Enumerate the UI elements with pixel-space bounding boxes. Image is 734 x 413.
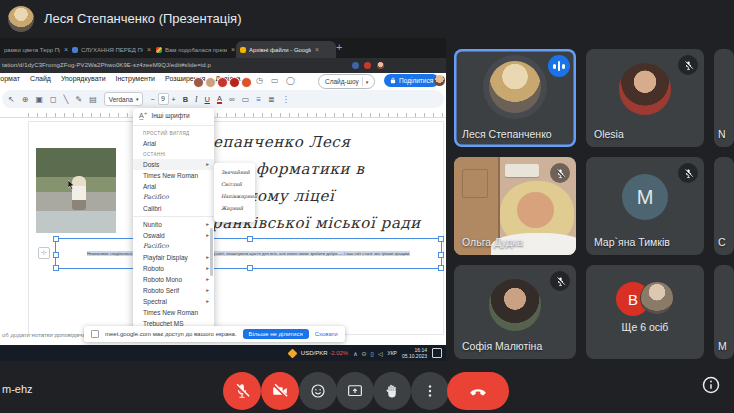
link-icon[interactable]: ∞	[229, 95, 235, 104]
menu-arrange[interactable]: Упорядкувати	[61, 75, 106, 82]
font-item[interactable]: Nunito▸	[133, 219, 214, 230]
menu-slide[interactable]: Слайд	[30, 75, 51, 82]
selected-text-box[interactable]: Неможливо сподіватися змінити ввесь світ…	[55, 238, 442, 269]
insert-image-icon[interactable]: ▣	[35, 95, 43, 104]
extension-icon[interactable]	[352, 62, 359, 69]
font-item[interactable]: Times New Roman	[133, 307, 214, 318]
weight-item[interactable]: Жирний	[214, 202, 255, 214]
more-toolbar-icon[interactable]: ⋮	[282, 95, 290, 104]
font-item[interactable]: Spectral▸	[133, 296, 214, 307]
taskbar-clock[interactable]: 16:14 05.10.2023	[402, 347, 427, 359]
slide-photo[interactable]	[36, 148, 116, 233]
font-item[interactable]: Roboto▸	[133, 263, 214, 274]
menu-format[interactable]: Формат	[0, 75, 20, 82]
collaborator-avatar[interactable]	[205, 77, 216, 88]
tray-app-icon[interactable]: ⊙	[362, 350, 367, 357]
microphone-off-button[interactable]	[223, 372, 261, 410]
participant-tile-olesia[interactable]: Olesia	[586, 49, 704, 147]
more-fonts-item[interactable]: A̲⁺ Інші шрифти	[133, 108, 214, 123]
tray-volume-icon[interactable]: ◁	[378, 350, 383, 357]
participant-tile-partial[interactable]: М	[714, 265, 734, 359]
reactions-button[interactable]	[299, 372, 337, 410]
italic-icon[interactable]: I	[195, 95, 198, 104]
browser-address-bar[interactable]: tation/d/1dyC3FromgZFug-PV2Wa2Phwo0K9E-s…	[0, 58, 446, 73]
menu-tools[interactable]: Інструменти	[116, 75, 155, 82]
font-family-dropdown[interactable]: Verdana ▾	[104, 92, 144, 106]
comments-icon[interactable]: ▭	[271, 76, 279, 85]
hide-notice-link[interactable]: Сховати	[315, 331, 338, 337]
system-tray[interactable]: ∧ ⊙ ▯ ◁	[353, 350, 382, 357]
select-cursor-icon[interactable]: ↖	[8, 95, 15, 104]
font-size-value[interactable]: 9	[158, 93, 169, 105]
account-avatar[interactable]	[434, 75, 445, 86]
notifications-icon[interactable]	[432, 348, 442, 358]
font-item[interactable]: Roboto Serif▸	[133, 285, 214, 296]
slide-title-line[interactable]: кому ліцеї	[247, 187, 334, 205]
meeting-info-button[interactable]	[701, 375, 721, 395]
browser-tab-1[interactable]: рамки цвета Терр Пра ×	[0, 41, 72, 58]
history-icon[interactable]: ◷	[256, 76, 263, 85]
decrease-font-icon[interactable]: −	[150, 96, 154, 103]
more-options-button[interactable]	[411, 372, 449, 410]
participant-tile-olha[interactable]: Ольга Дудка	[454, 157, 576, 255]
insert-line-icon[interactable]: ╲	[64, 95, 69, 104]
insert-shape-icon[interactable]: ◻	[50, 95, 57, 104]
slideshow-button[interactable]: Слайд-шоу ▾	[318, 74, 375, 89]
font-item[interactable]: Times New Roman	[133, 170, 214, 181]
participant-tile-partial[interactable]: N	[714, 49, 734, 147]
comment-icon[interactable]: ▭	[242, 95, 250, 104]
increase-font-icon[interactable]: +	[172, 96, 176, 103]
meet-join-icon[interactable]: ◯	[286, 76, 295, 85]
font-item[interactable]: Arial	[133, 138, 214, 149]
collaborator-avatar[interactable]	[193, 77, 204, 88]
underline-icon[interactable]: U	[205, 95, 210, 104]
tray-mic-icon[interactable]: ▯	[371, 350, 374, 357]
language-indicator[interactable]: УКР	[388, 350, 397, 356]
collaborator-avatar[interactable]	[217, 77, 228, 88]
list-icon[interactable]: ≣	[268, 95, 275, 104]
weight-item[interactable]: Світлий	[214, 178, 255, 190]
weight-item[interactable]: Звичайний	[214, 166, 255, 178]
collaborator-avatar[interactable]	[241, 77, 252, 88]
speaker-notes-hint[interactable]: об додати нотатки доповідача	[2, 332, 86, 338]
font-item-dosis-hovered[interactable]: Dosis ▸	[133, 159, 214, 170]
font-size-stepper[interactable]: − 9 +	[150, 93, 175, 105]
tab-close-icon[interactable]: ×	[315, 46, 319, 53]
chevron-down-icon[interactable]: ▾	[366, 79, 369, 85]
align-icon[interactable]: ≡	[256, 95, 261, 104]
present-screen-button[interactable]	[336, 372, 374, 410]
browser-tab-4-active[interactable]: Архівні файли - Google През ×	[236, 41, 336, 58]
font-item[interactable]: Playfair Display▸	[133, 252, 214, 263]
font-item[interactable]: Oswald▸	[133, 230, 214, 241]
new-tab-button[interactable]: +	[336, 42, 342, 53]
tab-close-icon[interactable]: ×	[147, 46, 151, 53]
slide-title-line[interactable]: епанченко Леся	[213, 133, 350, 151]
slide-title-line[interactable]: форматики в	[256, 160, 364, 178]
font-item[interactable]: Pacifico	[133, 192, 214, 203]
text-color-icon[interactable]: A	[217, 95, 222, 104]
more-participants-tile[interactable]: B Ще 6 осіб	[586, 265, 704, 359]
font-item[interactable]: Roboto Mono▸	[133, 274, 214, 285]
browser-profile-avatar[interactable]	[377, 62, 384, 69]
participant-tile-sofiia[interactable]: Софія Малютіна	[454, 265, 576, 359]
currency-ticker[interactable]: USD/PKR -2.02%	[301, 350, 348, 356]
browser-tab-2[interactable]: СЛУХАННЯ ПЕРЕД ПОЧАТК ×	[68, 41, 156, 58]
bold-icon[interactable]: B	[183, 95, 188, 104]
tab-close-icon[interactable]: ×	[231, 46, 235, 53]
participant-tile-lesia[interactable]: Леся Степанченко	[454, 49, 576, 147]
participant-tile-partial[interactable]: С	[714, 157, 734, 255]
tray-expand-icon[interactable]: ∧	[353, 350, 357, 357]
textbox-drag-handle[interactable]: ⊹	[38, 247, 50, 259]
share-button[interactable]: Поділитися	[384, 74, 439, 87]
font-item[interactable]: Arial	[133, 181, 214, 192]
pen-icon[interactable]: ✎	[75, 95, 82, 104]
participant-tile-mariana[interactable]: M Мар`яна Тимків	[586, 157, 704, 255]
dropdown-scrollbar[interactable]	[210, 228, 213, 276]
collaborator-avatar[interactable]	[229, 77, 240, 88]
insert-textbox-icon[interactable]: ▤	[89, 95, 97, 104]
font-item[interactable]: Pacifico	[133, 241, 214, 252]
extension-icon[interactable]	[364, 62, 371, 69]
font-item[interactable]: Calibri	[133, 203, 214, 214]
camera-off-button[interactable]	[261, 372, 299, 410]
stop-sharing-button[interactable]: Більше не ділитися	[243, 329, 309, 339]
